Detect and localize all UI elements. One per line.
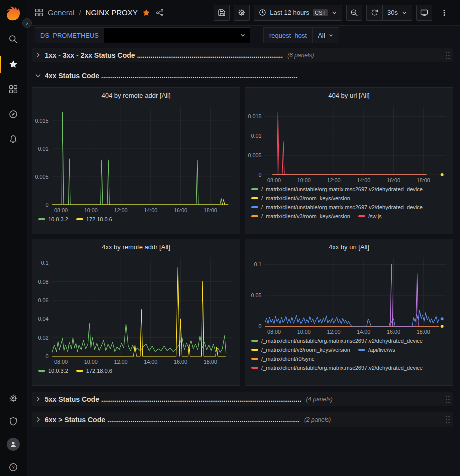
tv-mode-button[interactable]	[416, 5, 432, 21]
datasource-select[interactable]	[104, 27, 250, 43]
filter-key-request-host[interactable]: request_host	[263, 27, 313, 43]
chevron-down-icon	[401, 10, 407, 16]
svg-text:16:00: 16:00	[387, 329, 400, 335]
sidebar-item-search[interactable]	[0, 34, 27, 44]
row-title: 6xx > Status Code ......................…	[45, 416, 300, 424]
legend-item[interactable]: /api/live/ws	[358, 347, 395, 353]
legend-item[interactable]: /_matrix/client/unstable/org.matrix.msc2…	[251, 365, 423, 371]
row-drag-handle[interactable]	[445, 415, 450, 424]
row-6xx[interactable]: 6xx > Status Code ......................…	[32, 412, 453, 427]
legend-item[interactable]: 10.0.3.2	[38, 216, 68, 222]
grafana-logo[interactable]	[5, 4, 22, 21]
sidebar-item-configuration[interactable]	[0, 393, 27, 403]
legend-item[interactable]: 172.18.0.6	[76, 368, 112, 374]
svg-text:0.08: 0.08	[38, 279, 48, 285]
legend-series-label: 10.0.3.2	[48, 216, 68, 222]
share-icon[interactable]	[156, 9, 164, 17]
breadcrumb-folder[interactable]: General	[48, 8, 74, 17]
sidebar-item-alerting[interactable]	[0, 134, 27, 144]
timeseries-chart[interactable]: 00.0050.010.01508:0010:0012:0014:0016:00…	[32, 103, 240, 215]
user-avatar	[7, 438, 20, 451]
filter-value-select[interactable]: All	[313, 27, 339, 43]
legend-item[interactable]: /_matrix/client/v3/room_keys/version	[251, 347, 350, 353]
timeseries-chart[interactable]: 00.020.040.060.080.108:0010:0012:0014:00…	[32, 254, 240, 366]
panel-title[interactable]: 4xx by remote addr [All]	[32, 239, 240, 254]
monitor-icon	[420, 9, 428, 17]
svg-text:0.05: 0.05	[251, 292, 261, 298]
legend-series-label: /api/live/ws	[368, 347, 395, 353]
more-options-button[interactable]	[436, 5, 452, 21]
sidebar-item-profile[interactable]	[0, 439, 27, 449]
svg-text:0.015: 0.015	[35, 118, 48, 124]
dashboard-canvas: 1xx - 3xx - 2xx Status Code ............…	[27, 45, 460, 476]
row-5xx[interactable]: 5xx Status Code ........................…	[32, 392, 453, 406]
legend-series-label: 10.0.3.2	[48, 368, 68, 374]
panel-title[interactable]: 404 by remote addr [All]	[32, 88, 240, 103]
kebab-menu-icon	[440, 9, 448, 17]
legend-item[interactable]: /_matrix/client/unstable/org.matrix.msc2…	[251, 338, 423, 344]
time-range-label: Last 12 hours	[270, 9, 309, 16]
timezone-badge: CST	[313, 9, 328, 16]
legend-item[interactable]: /_matrix/client/unstable/org.matrix.msc2…	[251, 204, 423, 210]
apps-grid-icon	[9, 85, 18, 94]
timeseries-chart[interactable]: 00.0050.010.01508:0010:0012:0014:0016:00…	[245, 103, 453, 185]
sidebar-item-dashboards[interactable]	[0, 84, 27, 94]
svg-text:10:00: 10:00	[297, 329, 311, 335]
legend-series-marker	[251, 215, 258, 217]
legend-item[interactable]: 172.18.0.6	[76, 216, 112, 222]
row-drag-handle[interactable]	[445, 395, 450, 404]
legend-series-marker	[358, 215, 365, 217]
help-icon: ?	[9, 463, 18, 472]
save-dashboard-button[interactable]	[214, 5, 230, 21]
svg-text:14:00: 14:00	[144, 207, 157, 213]
panel-404-by-uri: 404 by uri [All] 00.0050.010.01508:0010:…	[245, 87, 453, 234]
chevron-right-icon	[35, 396, 41, 402]
svg-text:14:00: 14:00	[144, 359, 157, 365]
panel-legend: /_matrix/client/unstable/org.matrix.msc2…	[245, 336, 453, 385]
refresh-button[interactable]	[366, 5, 382, 21]
legend-item[interactable]: /_matrix/client/v3/room_keys/version	[251, 213, 350, 219]
legend-series-marker	[251, 188, 258, 190]
row-1xx-3xx-2xx[interactable]: 1xx - 3xx - 2xx Status Code ............…	[32, 48, 453, 62]
svg-text:10:00: 10:00	[297, 177, 311, 183]
sidebar-item-explore[interactable]	[0, 109, 27, 119]
panel-title[interactable]: 4xx by uri [All]	[245, 239, 453, 254]
zoom-out-time-button[interactable]	[346, 5, 362, 21]
svg-text:16:00: 16:00	[387, 177, 400, 183]
dashboards-grid-icon[interactable]	[35, 8, 43, 17]
time-range-picker[interactable]: Last 12 hours CST	[254, 5, 342, 21]
legend-item[interactable]: /_matrix/client/v3/room_keys/version	[251, 195, 350, 201]
legend-series-marker	[358, 349, 365, 351]
svg-text:08:00: 08:00	[267, 177, 281, 183]
panel-legend: 10.0.3.2172.18.0.6	[32, 366, 240, 385]
svg-text:0.04: 0.04	[38, 316, 48, 322]
expand-sidebar-button[interactable]: ›	[22, 18, 32, 28]
legend-series-marker	[76, 218, 83, 220]
timeseries-chart[interactable]: 00.050.108:0010:0012:0014:0016:0018:00	[245, 254, 453, 336]
legend-series-marker	[76, 370, 83, 372]
sidebar: ?	[0, 0, 27, 476]
panel-title[interactable]: 404 by uri [All]	[245, 88, 453, 103]
sidebar-item-help[interactable]: ?	[0, 462, 27, 472]
legend-series-label: /_matrix/client/unstable/org.matrix.msc2…	[261, 365, 423, 371]
favorite-star-icon[interactable]	[142, 9, 150, 17]
legend-item[interactable]: /sw.js	[358, 213, 382, 219]
legend-series-label: /_matrix/client/v3/room_keys/version	[261, 213, 350, 219]
gear-icon	[9, 394, 18, 403]
legend-item[interactable]: /_matrix/client/r0/sync	[251, 356, 314, 362]
chevron-right-icon	[35, 52, 41, 58]
legend-item[interactable]: 10.0.3.2	[38, 368, 68, 374]
svg-text:0: 0	[259, 172, 262, 178]
row-drag-handle[interactable]	[445, 51, 450, 60]
row-4xx[interactable]: 4xx Status Code ........................…	[32, 68, 453, 83]
refresh-button-group: 30s	[366, 5, 412, 21]
legend-item[interactable]: /_matrix/client/unstable/org.matrix.msc2…	[251, 186, 423, 192]
svg-text:12:00: 12:00	[327, 177, 340, 183]
dashboard-settings-button[interactable]	[234, 5, 250, 21]
svg-text:14:00: 14:00	[357, 177, 370, 183]
datasource-variable-label[interactable]: DS_PROMETHEUS	[35, 27, 104, 43]
sidebar-item-starred[interactable]	[0, 59, 27, 69]
svg-text:0: 0	[46, 353, 49, 359]
refresh-interval-picker[interactable]: 30s	[382, 5, 412, 21]
sidebar-item-server-admin[interactable]	[0, 416, 27, 426]
